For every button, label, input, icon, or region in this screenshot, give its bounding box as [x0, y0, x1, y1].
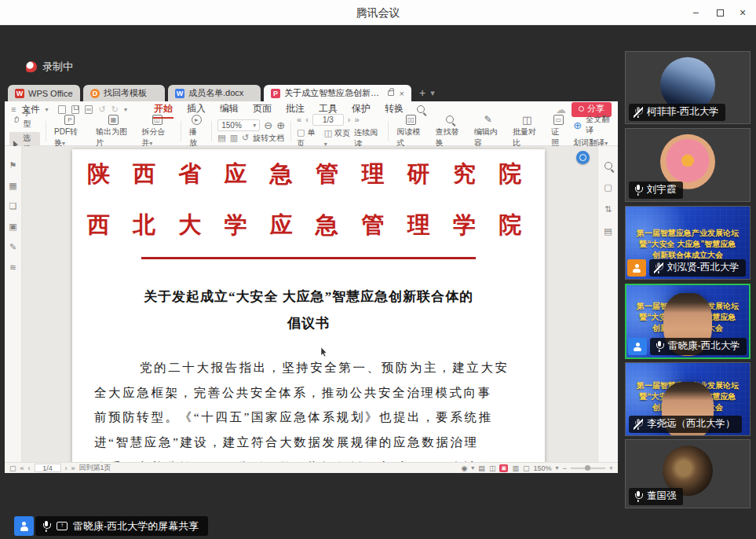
fit-page-icon[interactable]: ▤: [217, 134, 225, 142]
scroll-icon[interactable]: ⇅: [604, 204, 613, 214]
participant-tile-4-active-speaker[interactable]: 第一届智慧应急产业发展论坛 暨“大安全 大应急”智慧应急 创新联合体成立大会 雷…: [625, 284, 751, 359]
zoom-slider[interactable]: [571, 468, 605, 469]
participant-name-pill: 雷晓康-西北大学: [650, 338, 747, 355]
document-canvas[interactable]: ⚑ ▦ ❏ ▣ ✎ ≋ 陕 西 省 应 急 管 理 研 究 院 西 北 大 学 …: [5, 146, 618, 462]
split-merge-button[interactable]: ◫ 拆分合并▾: [139, 115, 175, 148]
tab-list-button[interactable]: ▾: [430, 88, 435, 98]
panel-toggle-icon[interactable]: ▢: [9, 464, 16, 472]
ribbon-tab-protect[interactable]: 保护: [351, 101, 371, 118]
screen-share-banner[interactable]: 雷晓康-西北大学的屏幕共享: [14, 516, 208, 536]
caret-down-icon[interactable]: ▾: [124, 106, 127, 113]
find-replace-button[interactable]: 查找替换: [433, 115, 466, 148]
ribbon-tab-comment[interactable]: 批注: [285, 101, 305, 118]
pen-icon[interactable]: ✎: [9, 242, 18, 251]
ribbon-tab-page[interactable]: 页面: [252, 101, 272, 118]
participant-name-pill: 刘宇霞: [629, 182, 683, 199]
export-image-button[interactable]: ▦ 输出为图片: [93, 115, 133, 148]
view-mode-icon[interactable]: ▤: [478, 464, 485, 472]
cloud-sync-icon[interactable]: ☁: [556, 104, 566, 116]
search-icon[interactable]: [604, 162, 612, 170]
file-tab-label: 关于成立智慧应急创新联合体: [284, 87, 382, 99]
window-minimize-button[interactable]: −: [684, 0, 707, 25]
pdf-convert-icon: P: [64, 115, 75, 125]
participant-tile-2[interactable]: 刘宇霞: [625, 128, 751, 202]
batch-compare-button[interactable]: ◫ 批量对比: [510, 115, 543, 148]
slide-line-1: 第一届智慧应急产业发展论坛: [626, 228, 750, 239]
zoom-out-icon[interactable]: −: [562, 464, 566, 472]
id-card-icon: ▭: [553, 115, 564, 125]
ribbon-tab-tools[interactable]: 工具: [318, 101, 338, 118]
ribbon-tab-insert[interactable]: 插入: [186, 101, 206, 118]
zoom-in-icon[interactable]: +: [609, 464, 613, 472]
participant-tile-6[interactable]: 董国强: [625, 439, 751, 508]
document-title-line-1: 关于发起成立“大安全 大应急”智慧应急创新联合体的: [72, 288, 545, 306]
view-mode-icon[interactable]: ▢: [523, 464, 530, 472]
window-close-button[interactable]: ×: [731, 0, 754, 25]
new-doc-icon[interactable]: [58, 105, 66, 114]
prev-page-icon[interactable]: ‹: [305, 116, 309, 124]
certificate-button[interactable]: ▭ 证照: [549, 115, 568, 148]
participant-tile-1[interactable]: 柯菲菲-西北大学: [625, 51, 751, 124]
full-translate-button[interactable]: 全文翻译: [586, 114, 613, 136]
recording-indicator[interactable]: 录制中: [26, 60, 73, 74]
participant-tile-5[interactable]: 第一届智慧应急产业发展论坛 暨“大安全 大应急”智慧应急 创新联合体成立大会 李…: [625, 362, 751, 436]
body-line: 前预防转型。《“十四五”国家应急体系规划》也提出，要系统推: [94, 409, 524, 426]
view-mode-icon[interactable]: ▥: [512, 464, 519, 472]
rotate-left-icon[interactable]: ↺: [242, 134, 249, 142]
shared-screen-wps-window: W WPS Office D 找回考模板 W 成员名单.docx P 关于成立智…: [5, 82, 618, 473]
file-tab-templates[interactable]: D 找回考模板: [83, 85, 165, 101]
slide-text: 第一届智慧应急产业发展论坛 暨“大安全 大应急”智慧应急 创新联合体成立大会: [626, 228, 750, 261]
ribbon-tab-edit[interactable]: 编辑: [219, 101, 239, 118]
window-maximize-button[interactable]: [708, 0, 732, 25]
save-icon[interactable]: [71, 105, 79, 114]
next-page-icon[interactable]: ›: [65, 464, 68, 472]
bookmark-icon[interactable]: ⚑: [9, 160, 18, 170]
ribbon-tab-convert[interactable]: 转换: [384, 101, 404, 118]
eye-icon[interactable]: ◉: [461, 464, 467, 472]
tag-icon[interactable]: ▣: [9, 222, 18, 231]
rotate-doc-button[interactable]: 旋转文档: [253, 133, 284, 144]
fit-width-icon[interactable]: ▥: [230, 134, 238, 142]
participant-tile-3[interactable]: 第一届智慧应急产业发展论坛 暨“大安全 大应急”智慧应急 创新联合体成立大会 刘…: [625, 206, 751, 280]
comment-icon[interactable]: ❏: [9, 201, 18, 211]
last-page-icon[interactable]: »: [71, 464, 75, 472]
file-tab-member-list[interactable]: W 成员名单.docx: [168, 85, 261, 101]
zoom-select[interactable]: 150% ▾: [217, 119, 260, 131]
back-to-first-page[interactable]: 回到第1页: [79, 463, 111, 473]
print-icon[interactable]: [85, 105, 93, 114]
page-layout-icon[interactable]: ▤: [604, 226, 613, 236]
tab-close-icon[interactable]: ×: [400, 89, 404, 98]
thumbnail-icon[interactable]: ▦: [9, 181, 18, 190]
read-mode-button[interactable]: ▯▯ 阅读模式: [394, 115, 427, 148]
zoom-out-icon[interactable]: ⊖: [264, 120, 272, 130]
wps-assistant-button[interactable]: [576, 151, 590, 164]
status-page-indicator[interactable]: 1/4: [35, 464, 61, 472]
edit-content-button[interactable]: ✎ 编辑内容: [472, 114, 505, 148]
hand-tool-button[interactable]: 手型: [9, 107, 40, 130]
file-tab-active-document[interactable]: P 关于成立智慧应急创新联合体 ×: [264, 85, 411, 101]
fit-screen-icon[interactable]: ▢: [604, 182, 613, 192]
recording-icon: [26, 61, 37, 72]
participant-name-pill: 柯菲菲-西北大学: [629, 104, 725, 121]
double-page-button[interactable]: ◫ 双页▾: [324, 128, 350, 148]
new-tab-button[interactable]: +: [419, 86, 425, 99]
share-banner-pill: 雷晓康-西北大学的屏幕共享: [35, 516, 208, 536]
share-banner-text: 雷晓康-西北大学的屏幕共享: [73, 519, 199, 534]
ribbon-tab-home[interactable]: 开始: [153, 101, 173, 118]
prev-page-icon[interactable]: ‹: [28, 464, 31, 472]
undo-icon[interactable]: ↺: [98, 104, 105, 115]
view-mode-icon[interactable]: ◫: [489, 464, 496, 472]
participant-name-pill: 刘泓贤-西北大学: [649, 259, 746, 277]
play-button[interactable]: ▸ 播放: [187, 115, 206, 148]
file-tab-wps-office[interactable]: W WPS Office: [8, 85, 80, 101]
search-icon[interactable]: [417, 105, 425, 113]
mic-muted-icon: [634, 107, 643, 118]
pdf-convert-button[interactable]: P PDF转换▾: [52, 115, 88, 148]
file-tab-label: WPS Office: [28, 89, 73, 98]
redo-icon[interactable]: ↻: [111, 104, 119, 115]
more-tools-icon[interactable]: ≋: [9, 262, 18, 272]
active-view-mode-icon[interactable]: ▣: [499, 464, 508, 472]
status-zoom-value[interactable]: 150%: [533, 464, 551, 472]
first-page-icon[interactable]: «: [20, 464, 24, 472]
zoom-in-icon[interactable]: ⊕: [276, 120, 285, 130]
